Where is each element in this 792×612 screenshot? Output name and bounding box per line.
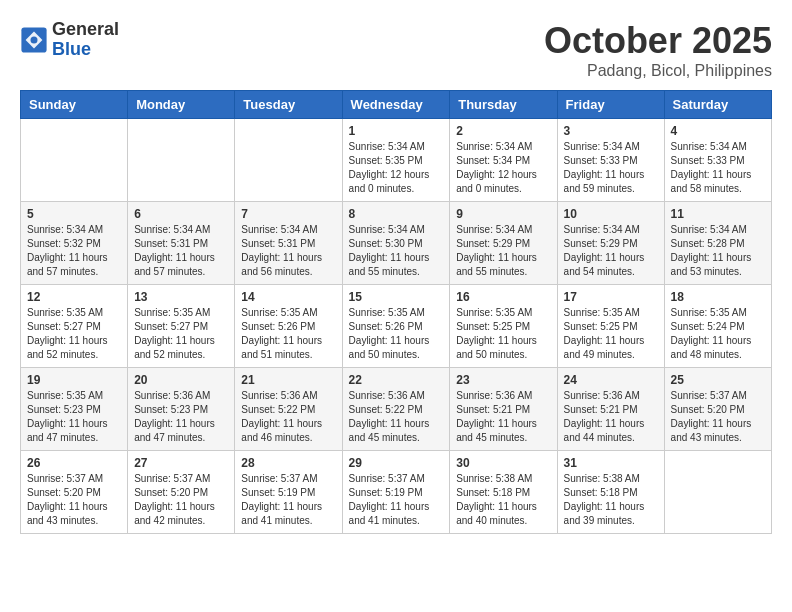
calendar-cell: 12Sunrise: 5:35 AM Sunset: 5:27 PM Dayli…	[21, 285, 128, 368]
calendar-cell: 14Sunrise: 5:35 AM Sunset: 5:26 PM Dayli…	[235, 285, 342, 368]
day-number: 7	[241, 207, 335, 221]
day-info: Sunrise: 5:36 AM Sunset: 5:22 PM Dayligh…	[241, 389, 335, 445]
calendar-cell: 20Sunrise: 5:36 AM Sunset: 5:23 PM Dayli…	[128, 368, 235, 451]
day-number: 27	[134, 456, 228, 470]
day-info: Sunrise: 5:34 AM Sunset: 5:28 PM Dayligh…	[671, 223, 765, 279]
logo-text-blue: Blue	[52, 40, 119, 60]
calendar-cell: 21Sunrise: 5:36 AM Sunset: 5:22 PM Dayli…	[235, 368, 342, 451]
day-number: 30	[456, 456, 550, 470]
calendar-cell: 30Sunrise: 5:38 AM Sunset: 5:18 PM Dayli…	[450, 451, 557, 534]
day-number: 22	[349, 373, 444, 387]
day-info: Sunrise: 5:36 AM Sunset: 5:22 PM Dayligh…	[349, 389, 444, 445]
day-number: 12	[27, 290, 121, 304]
day-info: Sunrise: 5:37 AM Sunset: 5:19 PM Dayligh…	[349, 472, 444, 528]
calendar-cell: 2Sunrise: 5:34 AM Sunset: 5:34 PM Daylig…	[450, 119, 557, 202]
calendar-cell: 23Sunrise: 5:36 AM Sunset: 5:21 PM Dayli…	[450, 368, 557, 451]
svg-point-2	[31, 36, 38, 43]
day-info: Sunrise: 5:34 AM Sunset: 5:30 PM Dayligh…	[349, 223, 444, 279]
calendar-cell: 25Sunrise: 5:37 AM Sunset: 5:20 PM Dayli…	[664, 368, 771, 451]
day-number: 1	[349, 124, 444, 138]
day-info: Sunrise: 5:34 AM Sunset: 5:32 PM Dayligh…	[27, 223, 121, 279]
calendar-cell: 13Sunrise: 5:35 AM Sunset: 5:27 PM Dayli…	[128, 285, 235, 368]
day-info: Sunrise: 5:35 AM Sunset: 5:26 PM Dayligh…	[349, 306, 444, 362]
weekday-header-saturday: Saturday	[664, 91, 771, 119]
calendar-cell: 3Sunrise: 5:34 AM Sunset: 5:33 PM Daylig…	[557, 119, 664, 202]
day-info: Sunrise: 5:34 AM Sunset: 5:29 PM Dayligh…	[564, 223, 658, 279]
day-number: 28	[241, 456, 335, 470]
calendar-cell: 8Sunrise: 5:34 AM Sunset: 5:30 PM Daylig…	[342, 202, 450, 285]
day-number: 26	[27, 456, 121, 470]
day-number: 18	[671, 290, 765, 304]
weekday-header-wednesday: Wednesday	[342, 91, 450, 119]
day-number: 16	[456, 290, 550, 304]
day-info: Sunrise: 5:35 AM Sunset: 5:26 PM Dayligh…	[241, 306, 335, 362]
day-info: Sunrise: 5:37 AM Sunset: 5:19 PM Dayligh…	[241, 472, 335, 528]
day-number: 29	[349, 456, 444, 470]
page-header: General Blue October 2025 Padang, Bicol,…	[20, 20, 772, 80]
day-info: Sunrise: 5:35 AM Sunset: 5:27 PM Dayligh…	[134, 306, 228, 362]
calendar-cell: 31Sunrise: 5:38 AM Sunset: 5:18 PM Dayli…	[557, 451, 664, 534]
weekday-header-monday: Monday	[128, 91, 235, 119]
day-number: 2	[456, 124, 550, 138]
day-number: 8	[349, 207, 444, 221]
calendar-cell: 11Sunrise: 5:34 AM Sunset: 5:28 PM Dayli…	[664, 202, 771, 285]
calendar-cell: 6Sunrise: 5:34 AM Sunset: 5:31 PM Daylig…	[128, 202, 235, 285]
day-number: 17	[564, 290, 658, 304]
day-number: 6	[134, 207, 228, 221]
weekday-header-friday: Friday	[557, 91, 664, 119]
day-number: 31	[564, 456, 658, 470]
calendar-cell	[235, 119, 342, 202]
day-number: 19	[27, 373, 121, 387]
calendar-cell: 4Sunrise: 5:34 AM Sunset: 5:33 PM Daylig…	[664, 119, 771, 202]
logo: General Blue	[20, 20, 119, 60]
day-number: 9	[456, 207, 550, 221]
day-number: 4	[671, 124, 765, 138]
day-info: Sunrise: 5:34 AM Sunset: 5:31 PM Dayligh…	[241, 223, 335, 279]
calendar-cell: 22Sunrise: 5:36 AM Sunset: 5:22 PM Dayli…	[342, 368, 450, 451]
day-info: Sunrise: 5:35 AM Sunset: 5:25 PM Dayligh…	[456, 306, 550, 362]
calendar-week-3: 12Sunrise: 5:35 AM Sunset: 5:27 PM Dayli…	[21, 285, 772, 368]
day-number: 13	[134, 290, 228, 304]
logo-icon	[20, 26, 48, 54]
day-number: 20	[134, 373, 228, 387]
weekday-header-row: SundayMondayTuesdayWednesdayThursdayFrid…	[21, 91, 772, 119]
day-number: 15	[349, 290, 444, 304]
calendar-cell: 24Sunrise: 5:36 AM Sunset: 5:21 PM Dayli…	[557, 368, 664, 451]
day-number: 5	[27, 207, 121, 221]
weekday-header-tuesday: Tuesday	[235, 91, 342, 119]
calendar-cell	[664, 451, 771, 534]
day-info: Sunrise: 5:35 AM Sunset: 5:25 PM Dayligh…	[564, 306, 658, 362]
calendar-cell: 26Sunrise: 5:37 AM Sunset: 5:20 PM Dayli…	[21, 451, 128, 534]
calendar-cell: 19Sunrise: 5:35 AM Sunset: 5:23 PM Dayli…	[21, 368, 128, 451]
calendar-cell: 5Sunrise: 5:34 AM Sunset: 5:32 PM Daylig…	[21, 202, 128, 285]
day-info: Sunrise: 5:37 AM Sunset: 5:20 PM Dayligh…	[671, 389, 765, 445]
day-info: Sunrise: 5:34 AM Sunset: 5:33 PM Dayligh…	[564, 140, 658, 196]
day-info: Sunrise: 5:38 AM Sunset: 5:18 PM Dayligh…	[456, 472, 550, 528]
title-section: October 2025 Padang, Bicol, Philippines	[544, 20, 772, 80]
calendar-week-2: 5Sunrise: 5:34 AM Sunset: 5:32 PM Daylig…	[21, 202, 772, 285]
day-number: 14	[241, 290, 335, 304]
calendar-cell: 17Sunrise: 5:35 AM Sunset: 5:25 PM Dayli…	[557, 285, 664, 368]
calendar-cell	[128, 119, 235, 202]
weekday-header-sunday: Sunday	[21, 91, 128, 119]
day-info: Sunrise: 5:35 AM Sunset: 5:23 PM Dayligh…	[27, 389, 121, 445]
day-info: Sunrise: 5:34 AM Sunset: 5:33 PM Dayligh…	[671, 140, 765, 196]
day-info: Sunrise: 5:35 AM Sunset: 5:27 PM Dayligh…	[27, 306, 121, 362]
calendar-cell: 15Sunrise: 5:35 AM Sunset: 5:26 PM Dayli…	[342, 285, 450, 368]
calendar-cell: 7Sunrise: 5:34 AM Sunset: 5:31 PM Daylig…	[235, 202, 342, 285]
day-info: Sunrise: 5:36 AM Sunset: 5:21 PM Dayligh…	[456, 389, 550, 445]
weekday-header-thursday: Thursday	[450, 91, 557, 119]
calendar-table: SundayMondayTuesdayWednesdayThursdayFrid…	[20, 90, 772, 534]
calendar-cell: 28Sunrise: 5:37 AM Sunset: 5:19 PM Dayli…	[235, 451, 342, 534]
calendar-cell: 1Sunrise: 5:34 AM Sunset: 5:35 PM Daylig…	[342, 119, 450, 202]
logo-text-general: General	[52, 20, 119, 40]
day-info: Sunrise: 5:34 AM Sunset: 5:29 PM Dayligh…	[456, 223, 550, 279]
day-info: Sunrise: 5:34 AM Sunset: 5:34 PM Dayligh…	[456, 140, 550, 196]
day-info: Sunrise: 5:36 AM Sunset: 5:21 PM Dayligh…	[564, 389, 658, 445]
day-info: Sunrise: 5:35 AM Sunset: 5:24 PM Dayligh…	[671, 306, 765, 362]
day-info: Sunrise: 5:34 AM Sunset: 5:35 PM Dayligh…	[349, 140, 444, 196]
day-number: 23	[456, 373, 550, 387]
day-info: Sunrise: 5:37 AM Sunset: 5:20 PM Dayligh…	[134, 472, 228, 528]
location-subtitle: Padang, Bicol, Philippines	[544, 62, 772, 80]
calendar-cell: 16Sunrise: 5:35 AM Sunset: 5:25 PM Dayli…	[450, 285, 557, 368]
